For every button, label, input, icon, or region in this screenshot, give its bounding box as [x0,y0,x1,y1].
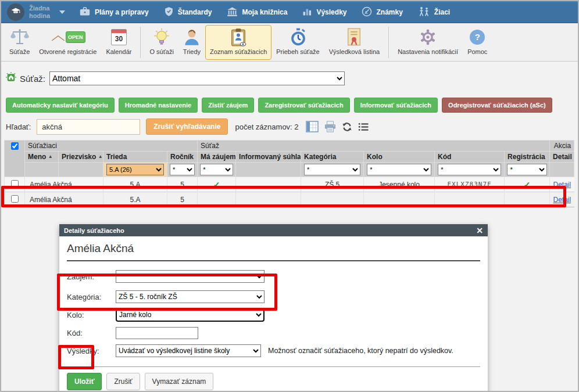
cancel-search-button[interactable]: Zrušiť vyhľadávanie [146,118,228,135]
ribbon-item-label: Súťaže [9,48,30,56]
ribbon-item-nastavenia-notifikacii[interactable]: Nastavenia notifikácií [393,25,463,60]
kolo-select[interactable]: Jarné kolo [116,308,265,322]
kod-label: Kód: [67,329,116,337]
ribbon-item-kalendar[interactable]: 30 Kalendár [101,25,136,60]
topbar-item-plany[interactable]: Plány a prípravy [79,6,149,19]
select-all-checkbox[interactable] [11,142,19,150]
record-count: počet záznamov: 2 [235,123,298,131]
vysledky-select[interactable]: Uvádzať vo výsledkovej listine školy [116,344,261,357]
ribbon-item-zoznam-sutaziacich[interactable]: Zoznam súťažiacich [205,25,271,60]
cell-kategoria: ZŠ 5 [301,177,364,192]
detail-link[interactable]: Detail [553,196,571,204]
competition-row: Súťaž: Attomat [1,62,578,85]
form-row-kategoria: Kategória: ZŠ 5 - 5. ročník ZŠ [67,290,480,304]
filter-trieda-select[interactable]: 5.A (26) [106,164,164,175]
topbar-item-standardy[interactable]: Štandardy [164,6,212,19]
ribbon-item-o-sutazi[interactable]: O súťaži [145,25,178,60]
cell-name: Amélia Akčná [25,177,103,192]
table-row-highlighted: Amélia Akčná 5.A 5 Detail [5,192,574,207]
refresh-icon[interactable] [342,122,352,132]
competition-select[interactable]: Attomat [49,71,345,85]
topbar-item-kniznica[interactable]: Moja knižnica [227,6,287,19]
vysledky-note: Možnosť označiť súťažiaceho, ktorý nepat… [268,347,453,355]
filter-rocnik-select[interactable]: * [170,164,195,175]
kategoria-select[interactable]: ZŠ 5 - 5. ročník ZŠ [116,290,265,303]
ribbon-item-label: O súťaži [149,48,173,56]
ribbon-item-label: Priebeh súťaže [276,48,319,56]
col-header-rocnik[interactable]: Ročník [167,152,198,163]
cell-ma-zaujem-check [198,192,236,207]
bank-icon [227,6,238,19]
col-header-registracia[interactable]: Registrácia [505,152,550,163]
ribbon-item-priebeh[interactable]: Priebeh súťaže [271,25,324,60]
scales-icon [10,27,30,47]
filter-kategoria-select[interactable]: * [304,164,360,175]
row-checkbox[interactable] [11,195,19,203]
bulk-settings-button[interactable]: Hromadné nastavenie [119,98,198,113]
ribbon-item-label: Pomoc [467,48,487,56]
table-filter-row: 5.A (26) * * * * * * [5,163,574,177]
check-interest-button[interactable]: Zistiť záujem [202,98,254,113]
close-icon[interactable]: ✕ [476,226,483,235]
filter-kod-select[interactable]: * [438,164,501,175]
graduation-cap-icon [10,6,21,19]
cell-rocnik: 5 [167,192,198,207]
ribbon-item-triedy[interactable]: Triedy [178,25,205,60]
ribbon-item-label: Triedy [183,48,201,56]
col-header-informovany-suhlas[interactable]: Informovaný súhlas [236,152,301,163]
print-icon[interactable] [324,121,337,132]
auto-category-button[interactable]: Automaticky nastaviť kategóriu [6,98,115,113]
help-icon: ? [470,27,485,47]
search-input[interactable] [37,119,140,135]
col-header-kod[interactable]: Kód [435,152,505,163]
lesson-label: Žiadna hodina [29,5,56,19]
cell-kolo [364,192,435,207]
students-icon [418,6,430,19]
lesson-picker[interactable]: Žiadna hodina [29,5,65,19]
ribbon-item-registracie[interactable]: OPEN Otvorené registrácie [34,25,101,60]
cancel-button[interactable]: Zrušiť [106,373,140,390]
columns-icon[interactable] [306,121,319,132]
ribbon-separator [140,27,141,58]
ribbon-item-vysledkova-listina[interactable]: Výsledková listina [324,25,384,60]
ribbon-item-pomoc[interactable]: ? Pomoc [463,25,492,60]
ribbon-item-label: Zoznam súťažiacich [210,48,267,56]
register-competitors-button[interactable]: Zaregistrovať súťažiacich [258,98,349,113]
col-header-meno[interactable]: Meno ▲ [25,152,59,163]
list-view-icon[interactable] [358,122,369,132]
vysledky-label: Výsledky: [67,347,116,355]
topbar-item-label: Známky [376,8,402,16]
group-header-action: Akcia [550,141,574,152]
app-logo[interactable] [7,3,24,21]
filter-registracia-select[interactable]: * [507,164,546,175]
col-header-ma-zaujem[interactable]: Má záujem [198,152,236,163]
col-header-kategoria[interactable]: Kategória [301,152,364,163]
ribbon-item-label: Výsledková listina [329,48,380,56]
table-row: Amélia Akčná 5.A 5 ✓ ZŠ 5 Jesenné kolo E… [5,177,574,192]
detail-link[interactable]: Detail [553,181,571,189]
cell-kolo: Jesenné kolo [364,177,435,192]
col-header-trieda[interactable]: Trieda [103,152,167,163]
filter-ma-zaujem-select[interactable]: * [200,164,233,175]
topbar-item-ziaci[interactable]: Žiaci [418,6,450,19]
cell-trieda: 5.A [103,192,167,207]
cell-kod: EXLXZ83N7F [435,177,505,192]
delete-record-button[interactable]: Vymazať záznam [145,373,214,390]
topbar-item-vysledky[interactable]: Výsledky [302,6,346,18]
ribbon-item-sutaze[interactable]: Súťaže [5,25,34,60]
unregister-competitors-button[interactable]: Odregistrovať súťažiacich (aSc) [442,98,552,113]
cell-ma-zaujem-check: ✓ [198,177,236,192]
zaujem-select[interactable] [116,270,265,283]
inform-competitors-button[interactable]: Informovať súťažiacich [354,98,438,113]
topbar-item-znamky[interactable]: A Známky [362,6,402,19]
col-header-kolo[interactable]: Kolo [364,152,435,163]
kod-input[interactable] [116,327,198,339]
zaujem-label: Záujem: [67,272,116,281]
topbar-item-label: Štandardy [178,8,212,16]
competitor-details-modal: Detaily súťažiaceho ✕ Amélia Akčná Záuje… [59,224,488,392]
save-button[interactable]: Uložiť [67,373,102,390]
filter-kolo-select[interactable]: * [367,164,431,175]
row-checkbox[interactable] [11,180,19,188]
lightbulb-icon [153,27,170,47]
col-header-priezvisko[interactable]: Priezvisko ▲ [59,152,103,163]
